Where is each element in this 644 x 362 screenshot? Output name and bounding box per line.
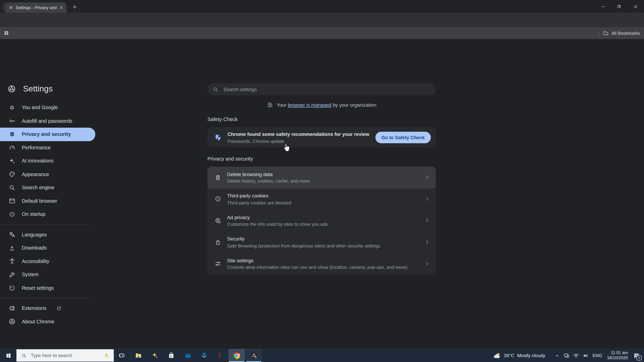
sidebar-item-extensions[interactable]: Extensions [0, 302, 95, 315]
task-view-button[interactable] [114, 349, 130, 362]
managed-prefix: Your [277, 102, 288, 108]
task-view-icon [119, 352, 125, 359]
tray-expand-button[interactable] [554, 353, 560, 358]
blue-layers-icon [200, 352, 208, 359]
sidebar-divider [0, 298, 89, 298]
external-link-icon [56, 306, 62, 311]
reset-icon [8, 285, 16, 292]
sidebar-divider [0, 224, 89, 225]
search-icon [8, 184, 16, 191]
minimize-icon [600, 4, 606, 9]
ads-icon [214, 217, 222, 224]
tab-close-icon[interactable] [59, 5, 64, 10]
copilot-app-icon [151, 352, 158, 359]
sidebar-item-autofill[interactable]: Autofill and passwords [0, 114, 95, 128]
tune-icon [214, 260, 222, 267]
accessibility-icon [8, 258, 16, 265]
layers-app-button[interactable] [196, 349, 212, 362]
all-bookmarks-button[interactable]: All Bookmarks [603, 30, 640, 36]
all-bookmarks-label: All Bookmarks [612, 30, 640, 35]
sidebar-item-accessibility[interactable]: Accessibility [0, 255, 95, 268]
gauge-icon [8, 144, 16, 151]
bookmarks-bar: All Bookmarks [0, 27, 644, 39]
sidebar-item-downloads[interactable]: Downloads [0, 241, 95, 255]
managed-suffix: by your organization [332, 102, 376, 108]
page-title: Settings [23, 84, 53, 93]
minimize-button[interactable] [597, 1, 609, 11]
device-tray-button[interactable] [563, 352, 570, 359]
tray-time: 11:01 am [607, 351, 628, 355]
file-explorer-button[interactable] [130, 349, 147, 362]
sidebar-item-privacy-security[interactable]: Privacy and security [0, 128, 95, 141]
tab-title: Settings - Privacy and security [16, 5, 57, 10]
sidebar-item-on-startup[interactable]: On startup [0, 208, 95, 221]
store-bag-icon [168, 352, 175, 359]
privacy-security-heading: Privacy and security [208, 156, 436, 162]
sidebar-item-search-engine[interactable]: Search engine [0, 181, 95, 194]
start-button[interactable] [0, 349, 16, 362]
taskbar-search-input[interactable] [30, 353, 89, 358]
red-app-button[interactable] [211, 349, 228, 362]
sidebar-item-performance[interactable]: Performance [0, 141, 95, 154]
row-ad-privacy[interactable]: Ad privacy Customize the info used by si… [208, 210, 436, 231]
restore-icon [616, 4, 622, 9]
managed-link[interactable]: browser is managed [288, 102, 331, 108]
tab-strip: Settings - Privacy and security [0, 0, 644, 13]
row-site-settings[interactable]: Site settings Controls what information … [208, 253, 436, 275]
power-icon [8, 211, 16, 218]
sidebar-item-languages[interactable]: Languages [0, 228, 95, 241]
obs-taskbar-button[interactable] [246, 349, 262, 362]
chrome-taskbar-button[interactable] [228, 349, 245, 362]
notification-center-button[interactable]: 1 [633, 352, 640, 359]
wrench-icon [8, 271, 16, 278]
row-third-party-cookies[interactable]: Third-party cookies Third-party cookies … [208, 188, 436, 210]
privacy-settings-card: Delete browsing data Delete history, coo… [208, 167, 436, 275]
clock[interactable]: 11:01 am 16/10/2025 [607, 351, 628, 360]
chevron-up-icon [554, 353, 560, 358]
mail-button[interactable] [180, 349, 196, 362]
sidebar-item-appearance[interactable]: Appearance [0, 168, 95, 181]
file-explorer-icon [135, 352, 142, 359]
settings-sidebar: You and Google Autofill and passwords Pr… [0, 101, 98, 328]
taskbar-search[interactable] [16, 349, 114, 362]
sidebar-item-about-chrome[interactable]: About Chrome [0, 315, 95, 328]
weather-temperature: 26°C [504, 353, 514, 358]
weather-button[interactable]: 26°C Mostly cloudy [493, 352, 545, 359]
sidebar-item-reset-settings[interactable]: Reset settings [0, 281, 95, 295]
copilot-app-button[interactable] [147, 349, 163, 362]
sidebar-item-default-browser[interactable]: Default browser [0, 194, 95, 208]
cloud-sun-icon [493, 352, 501, 359]
chevron-right-icon [424, 218, 430, 224]
new-tab-button[interactable] [71, 3, 78, 11]
chevron-right-icon [424, 239, 430, 245]
row-delete-browsing-data[interactable]: Delete browsing data Delete history, coo… [208, 167, 436, 188]
settings-search[interactable] [208, 83, 436, 95]
wifi-icon [573, 352, 579, 359]
search-icon [213, 86, 218, 92]
sparkle-icon [8, 158, 16, 165]
language-indicator[interactable]: ENG [592, 353, 602, 358]
network-tray-button[interactable] [573, 352, 579, 359]
notification-badge: 1 [636, 355, 642, 361]
apps-shortcut-button[interactable] [4, 30, 9, 36]
download-icon [8, 245, 16, 252]
microsoft-store-button[interactable] [163, 349, 180, 362]
safety-check-card: Chrome found some safety recommendations… [208, 127, 436, 147]
chrome-settings-logo-icon [7, 84, 16, 93]
settings-header: Settings [7, 84, 53, 93]
trash-icon [214, 174, 222, 181]
sidebar-item-you-and-google[interactable]: You and Google [0, 101, 95, 114]
sidebar-item-ai-innovations[interactable]: AI innovations [0, 154, 95, 168]
volume-tray-button[interactable] [582, 352, 588, 359]
chrome-running-indicator [229, 361, 244, 362]
browser-toolbar: Chrome chrome://settings/privacy [0, 13, 644, 27]
settings-search-input[interactable] [222, 86, 388, 93]
maximize-button[interactable] [613, 1, 625, 11]
mail-envelope-icon [184, 352, 191, 359]
sidebar-item-system[interactable]: System [0, 268, 95, 281]
active-tab[interactable]: Settings - Privacy and security [6, 2, 66, 13]
go-to-safety-check-button[interactable]: Go to Safety Check [375, 131, 431, 143]
safety-check-subtitle: Passwords, Chrome update [228, 138, 375, 143]
row-security[interactable]: Security Safe Browsing (protection from … [208, 231, 436, 253]
close-button[interactable] [629, 1, 642, 11]
